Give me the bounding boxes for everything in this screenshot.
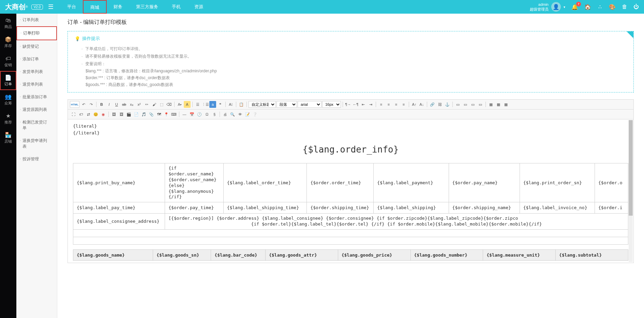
- user-info: admin 超级管理员: [530, 2, 549, 12]
- logo-reg-mark: ®: [26, 5, 28, 9]
- power-icon[interactable]: ⏻: [633, 4, 639, 10]
- logo-text: 大商创: [5, 2, 26, 12]
- logo: 大商创 ®: [5, 2, 28, 12]
- sitemap-icon[interactable]: ⛬: [597, 4, 603, 10]
- notification-icon[interactable]: 🔔 7: [571, 4, 578, 10]
- nav-finance[interactable]: 财务: [107, 0, 129, 14]
- header-right: admin 超级管理员 👤 ▾ 🔔 7 🏠 ⛬ 🎨 🗑 ⏻: [530, 2, 639, 12]
- nav-platform[interactable]: 平台: [60, 0, 83, 14]
- avatar: 👤: [551, 2, 561, 12]
- user-role: 超级管理员: [530, 7, 549, 12]
- top-header: 大商创 ® V2.0 ☰ 平台 商城 财务 第三方服务 手机 资源 admin …: [0, 0, 644, 14]
- nav-mobile[interactable]: 手机: [165, 0, 188, 14]
- trash-icon[interactable]: 🗑: [622, 4, 627, 10]
- user-section[interactable]: admin 超级管理员 👤 ▾: [530, 2, 565, 12]
- user-dropdown-caret: ▾: [564, 5, 565, 9]
- nav-resource[interactable]: 资源: [188, 0, 210, 14]
- top-nav: 平台 商城 财务 第三方服务 手机 资源: [60, 0, 210, 14]
- menu-toggle-icon[interactable]: ☰: [48, 3, 54, 11]
- notif-badge: 7: [576, 2, 581, 6]
- nav-mall[interactable]: 商城: [83, 0, 107, 14]
- home-icon[interactable]: 🏠: [584, 4, 591, 10]
- palette-icon[interactable]: 🎨: [609, 4, 616, 10]
- version-badge: V2.0: [31, 4, 43, 10]
- nav-third-party[interactable]: 第三方服务: [129, 0, 165, 14]
- user-name: admin: [530, 2, 549, 7]
